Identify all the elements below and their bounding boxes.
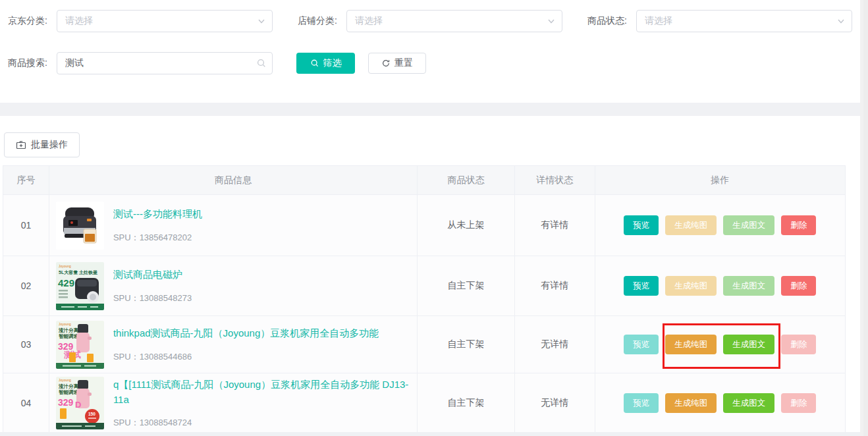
product-table: 序号 商品信息 商品状态 详情状态 操作 01 测试---多功能料理机 SPU：…	[3, 165, 846, 433]
generate-image-text-button[interactable]: 生成图文	[723, 215, 774, 235]
product-status: 自主下架	[418, 256, 515, 315]
product-spu: SPU：13088548273	[113, 292, 192, 304]
product-spu: SPU：13088548724	[113, 417, 413, 429]
svg-text:智能调速: 智能调速	[58, 333, 79, 339]
chevron-down-icon	[836, 16, 846, 26]
table-bottom-edge	[0, 432, 860, 436]
product-title-link[interactable]: thinkpad测试商品-九阳（Joyoung）豆浆机家用全自动多功能	[113, 326, 379, 341]
svg-text:429: 429	[58, 277, 74, 288]
svg-text:329: 329	[58, 397, 74, 408]
table-row: 04 Joyoung渣汁分离智能调速329D150 q【[1111测试商品-九阳…	[3, 373, 845, 433]
filter-product-status: 商品状态: 请选择	[585, 10, 852, 32]
row-index: 01	[3, 195, 49, 256]
generate-image-text-button[interactable]: 生成图文	[723, 335, 774, 354]
delete-button[interactable]: 删除	[781, 393, 816, 413]
product-status-placeholder: 请选择	[645, 15, 672, 27]
batch-operation-button[interactable]: 批量操作	[4, 132, 80, 157]
filter-shop-category: 店铺分类: 请选择	[295, 10, 562, 32]
shop-category-select[interactable]: 请选择	[346, 10, 562, 32]
generate-image-text-button[interactable]: 生成图文	[723, 393, 774, 413]
table-row: 01 测试---多功能料理机 SPU：13856478202 从未上架 有详情 …	[3, 194, 845, 256]
generate-pure-image-button[interactable]: 生成纯图	[665, 215, 717, 235]
preview-button[interactable]: 预览	[624, 393, 659, 413]
delete-button[interactable]: 删除	[781, 215, 816, 235]
table-panel: 批量操作 序号 商品信息 商品状态 详情状态 操作 01 测试---多功能料	[0, 116, 860, 436]
header-product-status: 商品状态	[418, 166, 515, 194]
generate-pure-image-button[interactable]: 生成纯图	[665, 335, 717, 354]
detail-status: 无详情	[515, 316, 595, 373]
svg-text:D: D	[75, 400, 81, 410]
product-search-label: 商品搜索:	[5, 57, 47, 69]
row-index: 04	[3, 373, 49, 433]
product-status-select[interactable]: 请选择	[636, 10, 852, 32]
svg-text:Joyoung: Joyoung	[59, 322, 71, 326]
batch-operation-label: 批量操作	[31, 139, 68, 151]
jd-category-placeholder: 请选择	[65, 15, 93, 27]
refresh-icon	[381, 59, 391, 68]
header-product-info: 商品信息	[49, 166, 418, 194]
product-title-link[interactable]: 测试---多功能料理机	[113, 207, 202, 222]
filter-product-search: 商品搜索:	[5, 52, 273, 74]
page-gutter	[860, 0, 868, 436]
filter-button-label: 筛选	[323, 57, 342, 69]
svg-text:渣汁分离: 渣汁分离	[58, 383, 79, 389]
product-image: Joyoung渣汁分离智能调速329测试	[56, 321, 104, 369]
generate-pure-image-button[interactable]: 生成纯图	[665, 276, 717, 296]
reset-button-label: 重置	[394, 57, 413, 69]
search-icon	[310, 59, 319, 68]
table-header-row: 序号 商品信息 商品状态 详情状态 操作	[3, 166, 845, 194]
row-index: 03	[3, 316, 49, 373]
scrollbar[interactable]	[863, 0, 868, 436]
svg-text:Joyoung: Joyoung	[59, 264, 71, 268]
product-management-page: 京东分类: 请选择 店铺分类: 请选择 商品状态: 请选择	[0, 0, 868, 436]
product-status: 从未上架	[418, 195, 515, 256]
product-title-link[interactable]: 测试商品电磁炉	[113, 267, 192, 283]
svg-text:5L大容量 土灶铁釜: 5L大容量 土灶铁釜	[59, 269, 97, 275]
preview-button[interactable]: 预览	[624, 215, 659, 235]
generate-image-text-button[interactable]: 生成图文	[723, 276, 774, 296]
jd-category-label: 京东分类:	[5, 15, 47, 27]
product-image	[56, 202, 104, 250]
product-status: 自主下架	[418, 316, 515, 373]
preview-button[interactable]: 预览	[624, 335, 659, 354]
detail-status: 无详情	[515, 373, 595, 433]
reset-button[interactable]: 重置	[368, 53, 426, 74]
header-index: 序号	[3, 166, 49, 194]
filter-panel: 京东分类: 请选择 店铺分类: 请选择 商品状态: 请选择	[0, 0, 860, 103]
svg-text:渣汁分离: 渣汁分离	[58, 327, 79, 333]
product-search-input[interactable]	[57, 52, 273, 74]
product-image: Joyoung渣汁分离智能调速329D150	[56, 377, 104, 429]
delete-button[interactable]: 删除	[781, 335, 816, 354]
product-status-label: 商品状态:	[585, 15, 627, 27]
product-title-link[interactable]: q【[1111测试商品-九阳（Joyoung）豆浆机家用全自动多功能 DJ13-…	[113, 377, 413, 407]
delete-button[interactable]: 删除	[781, 276, 816, 296]
search-icon	[256, 58, 267, 68]
product-spu: SPU：13856478202	[113, 232, 202, 244]
product-spu: SPU：13088544686	[113, 351, 379, 363]
chevron-down-icon	[547, 16, 556, 26]
detail-status: 有详情	[515, 256, 595, 315]
folder-add-icon	[16, 140, 26, 150]
product-image: Joyoung5L大容量 土灶铁釜429	[56, 262, 104, 310]
shop-category-placeholder: 请选择	[355, 15, 383, 27]
table-row: 02 Joyoung5L大容量 土灶铁釜429 测试商品电磁炉 SPU：1308…	[3, 256, 845, 315]
shop-category-label: 店铺分类:	[295, 15, 337, 27]
svg-text:智能调速: 智能调速	[58, 389, 79, 395]
highlight-box: 生成纯图 生成图文	[665, 335, 774, 354]
svg-text:Joyoung: Joyoung	[59, 378, 71, 382]
generate-pure-image-button[interactable]: 生成纯图	[665, 393, 717, 413]
chevron-down-icon	[257, 16, 266, 26]
row-index: 02	[3, 256, 49, 315]
detail-status: 有详情	[515, 195, 595, 256]
product-status: 自主下架	[418, 373, 515, 433]
table-row: 03 Joyoung渣汁分离智能调速329测试 thinkpad测试商品-九阳（…	[3, 315, 845, 373]
preview-button[interactable]: 预览	[624, 276, 659, 296]
jd-category-select[interactable]: 请选择	[57, 10, 273, 32]
header-detail-status: 详情状态	[515, 166, 595, 194]
svg-text:150: 150	[88, 412, 95, 416]
filter-jd-category: 京东分类: 请选择	[5, 10, 273, 32]
header-actions: 操作	[595, 166, 845, 194]
filter-button[interactable]: 筛选	[296, 53, 355, 74]
